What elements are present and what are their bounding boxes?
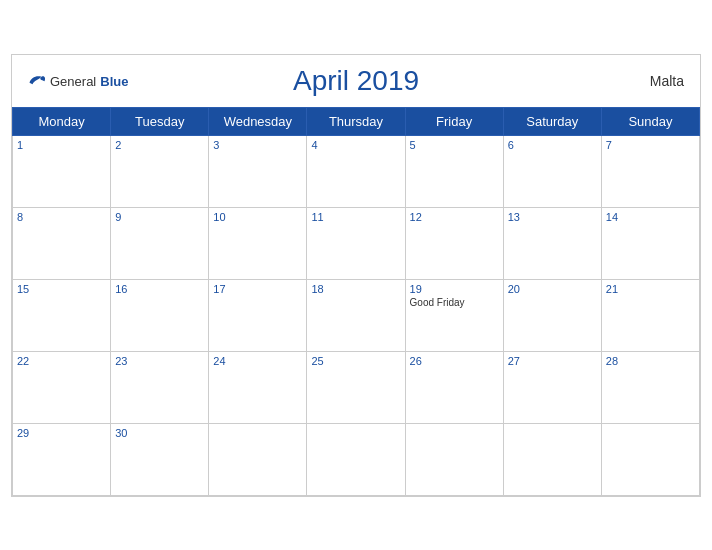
- calendar-day-cell: 23: [111, 351, 209, 423]
- calendar-day-cell: [307, 423, 405, 495]
- day-number: 27: [508, 355, 597, 367]
- day-number: 13: [508, 211, 597, 223]
- day-number: 15: [17, 283, 106, 295]
- calendar-day-cell: 30: [111, 423, 209, 495]
- calendar-day-cell: 12: [405, 207, 503, 279]
- day-number: 6: [508, 139, 597, 151]
- day-number: 7: [606, 139, 695, 151]
- weekday-cell: Thursday: [307, 107, 405, 135]
- weekday-cell: Wednesday: [209, 107, 307, 135]
- logo-bird-icon: [28, 74, 46, 88]
- day-number: 10: [213, 211, 302, 223]
- calendar-day-cell: 26: [405, 351, 503, 423]
- calendar-day-cell: 8: [13, 207, 111, 279]
- day-number: 18: [311, 283, 400, 295]
- calendar-day-cell: 13: [503, 207, 601, 279]
- day-number: 14: [606, 211, 695, 223]
- day-number: 25: [311, 355, 400, 367]
- calendar-body: 12345678910111213141516171819Good Friday…: [13, 135, 700, 495]
- day-number: 29: [17, 427, 106, 439]
- calendar-day-cell: 5: [405, 135, 503, 207]
- calendar-week-row: 1516171819Good Friday2021: [13, 279, 700, 351]
- day-number: 30: [115, 427, 204, 439]
- day-number: 4: [311, 139, 400, 151]
- calendar-day-cell: 6: [503, 135, 601, 207]
- day-number: 17: [213, 283, 302, 295]
- calendar-day-cell: 1: [13, 135, 111, 207]
- day-number: 2: [115, 139, 204, 151]
- logo-general-text: General: [50, 73, 96, 88]
- calendar-day-cell: 28: [601, 351, 699, 423]
- weekday-cell: Sunday: [601, 107, 699, 135]
- country-label: Malta: [650, 73, 684, 89]
- calendar-day-cell: 7: [601, 135, 699, 207]
- calendar-day-cell: 20: [503, 279, 601, 351]
- calendar-day-cell: 24: [209, 351, 307, 423]
- day-number: 22: [17, 355, 106, 367]
- calendar-day-cell: 29: [13, 423, 111, 495]
- day-number: 21: [606, 283, 695, 295]
- calendar-day-cell: 22: [13, 351, 111, 423]
- calendar-day-cell: 14: [601, 207, 699, 279]
- calendar-day-cell: 18: [307, 279, 405, 351]
- calendar-day-cell: [503, 423, 601, 495]
- day-number: 28: [606, 355, 695, 367]
- calendar-day-cell: 27: [503, 351, 601, 423]
- calendar-day-cell: 25: [307, 351, 405, 423]
- day-number: 11: [311, 211, 400, 223]
- logo: General Blue: [28, 73, 128, 88]
- calendar-day-cell: 17: [209, 279, 307, 351]
- day-number: 9: [115, 211, 204, 223]
- calendar-day-cell: 11: [307, 207, 405, 279]
- day-number: 5: [410, 139, 499, 151]
- weekday-cell: Monday: [13, 107, 111, 135]
- calendar-day-cell: 3: [209, 135, 307, 207]
- calendar-day-cell: [209, 423, 307, 495]
- calendar-title: April 2019: [293, 65, 419, 97]
- holiday-label: Good Friday: [410, 297, 499, 308]
- calendar-day-cell: 15: [13, 279, 111, 351]
- calendar-day-cell: 19Good Friday: [405, 279, 503, 351]
- calendar-day-cell: 10: [209, 207, 307, 279]
- calendar-week-row: 891011121314: [13, 207, 700, 279]
- day-number: 20: [508, 283, 597, 295]
- weekday-cell: Tuesday: [111, 107, 209, 135]
- calendar-table: MondayTuesdayWednesdayThursdayFridaySatu…: [12, 107, 700, 496]
- calendar-day-cell: 21: [601, 279, 699, 351]
- calendar: General Blue April 2019 Malta MondayTues…: [11, 54, 701, 497]
- calendar-week-row: 2930: [13, 423, 700, 495]
- day-number: 24: [213, 355, 302, 367]
- day-number: 23: [115, 355, 204, 367]
- calendar-day-cell: 2: [111, 135, 209, 207]
- calendar-day-cell: [405, 423, 503, 495]
- logo-blue-text: Blue: [100, 73, 128, 88]
- calendar-day-cell: 4: [307, 135, 405, 207]
- day-number: 16: [115, 283, 204, 295]
- day-number: 1: [17, 139, 106, 151]
- calendar-day-cell: 9: [111, 207, 209, 279]
- calendar-day-cell: [601, 423, 699, 495]
- calendar-week-row: 22232425262728: [13, 351, 700, 423]
- calendar-header: General Blue April 2019 Malta: [12, 55, 700, 107]
- day-number: 26: [410, 355, 499, 367]
- day-number: 8: [17, 211, 106, 223]
- calendar-day-cell: 16: [111, 279, 209, 351]
- weekday-cell: Friday: [405, 107, 503, 135]
- weekday-header-row: MondayTuesdayWednesdayThursdayFridaySatu…: [13, 107, 700, 135]
- day-number: 19: [410, 283, 499, 295]
- calendar-week-row: 1234567: [13, 135, 700, 207]
- weekday-cell: Saturday: [503, 107, 601, 135]
- day-number: 12: [410, 211, 499, 223]
- day-number: 3: [213, 139, 302, 151]
